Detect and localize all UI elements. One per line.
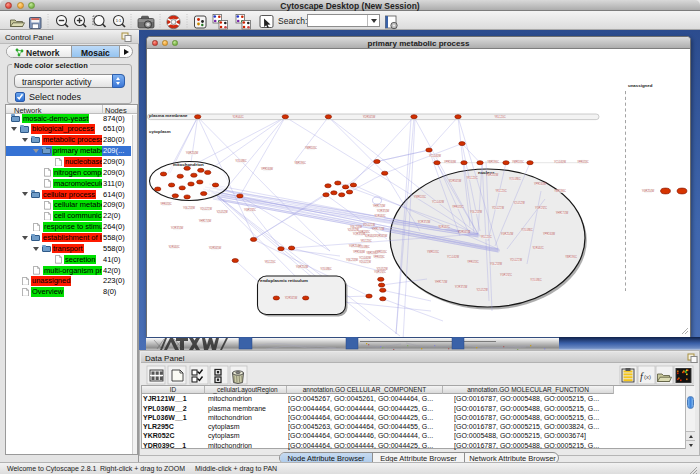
svg-text:YMR105C: YMR105C (512, 160, 524, 164)
svg-text:YGR254W: YGR254W (642, 189, 655, 193)
svg-text:YOL086C: YOL086C (521, 228, 533, 232)
svg-text:YHR174W: YHR174W (556, 211, 569, 215)
svg-text:YBR196C: YBR196C (565, 255, 577, 259)
svg-text:YDR345W: YDR345W (449, 179, 462, 183)
svg-text:YDR345W: YDR345W (375, 234, 388, 238)
svg-text:YDR345W: YDR345W (363, 115, 376, 119)
svg-text:YDL021W: YDL021W (492, 206, 504, 210)
svg-text:YHR174W: YHR174W (373, 204, 386, 208)
svg-text:YLR044C: YLR044C (232, 115, 243, 119)
svg-text:endoplasmic reticulum: endoplasmic reticulum (260, 278, 308, 283)
svg-text:YGR254W: YGR254W (501, 232, 514, 236)
svg-text:YOR374W: YOR374W (171, 226, 184, 230)
svg-text:YGL253W: YGL253W (490, 262, 503, 266)
svg-text:YOL086C: YOL086C (530, 278, 542, 282)
svg-text:YHR174W: YHR174W (199, 219, 212, 223)
svg-text:YDR345W: YDR345W (458, 230, 471, 234)
svg-text:YOL086C: YOL086C (320, 267, 332, 271)
svg-text:YBR196C: YBR196C (554, 189, 566, 193)
svg-text:YDL021W: YDL021W (200, 207, 212, 211)
svg-text:YPR160W: YPR160W (444, 160, 457, 164)
svg-text:YFR053C: YFR053C (373, 255, 385, 259)
svg-text:YJL052W: YJL052W (513, 201, 525, 205)
svg-text:YLR044C: YLR044C (532, 246, 543, 250)
svg-text:YJL052W: YJL052W (476, 288, 488, 292)
svg-text:YGR254W: YGR254W (186, 151, 199, 155)
svg-text:YGR192C: YGR192C (244, 208, 256, 212)
svg-text:plasma membrane: plasma membrane (149, 113, 188, 118)
svg-text:YGR192C: YGR192C (374, 270, 386, 274)
svg-text:YMR105C: YMR105C (414, 195, 426, 199)
svg-text:YKL120C: YKL120C (466, 176, 477, 180)
svg-text:YFR053C: YFR053C (467, 260, 479, 264)
svg-text:YCL040W: YCL040W (432, 200, 444, 204)
svg-text:YBR196C: YBR196C (294, 161, 306, 165)
svg-text:YOR374W: YOR374W (418, 220, 431, 224)
svg-text:YKL120C: YKL120C (494, 115, 505, 119)
svg-text:YPR160W: YPR160W (543, 232, 556, 236)
svg-text:YPR160W: YPR160W (534, 182, 547, 186)
svg-text:YPR160W: YPR160W (353, 250, 366, 254)
svg-text:mitochondrion: mitochondrion (173, 162, 204, 167)
svg-text:YOL086C: YOL086C (235, 159, 247, 163)
svg-text:YCL040W: YCL040W (429, 154, 441, 158)
svg-text:YHR174W: YHR174W (372, 227, 385, 231)
svg-text:YGL253W: YGL253W (183, 206, 196, 210)
svg-text:YDR345W: YDR345W (285, 296, 298, 300)
svg-text:YKL120C: YKL120C (495, 189, 506, 193)
svg-text:YGR254W: YGR254W (296, 265, 309, 269)
svg-text:(x): (x) (644, 374, 651, 380)
svg-text:YOR374W: YOR374W (377, 209, 390, 213)
svg-text:YFR053C: YFR053C (452, 205, 464, 209)
svg-text:YBR196C: YBR196C (487, 160, 499, 164)
svg-text:YGR254W: YGR254W (486, 173, 499, 177)
svg-text:YLR044C: YLR044C (168, 245, 179, 249)
svg-text:YCL040W: YCL040W (447, 255, 459, 259)
svg-text:YMR105C: YMR105C (427, 250, 439, 254)
svg-text:YDL021W: YDL021W (359, 260, 371, 264)
svg-text:YGR192C: YGR192C (500, 273, 512, 277)
svg-text:YGL253W: YGL253W (346, 258, 359, 262)
svg-text:YDL021W: YDL021W (510, 258, 522, 262)
svg-text:YDR345W: YDR345W (209, 246, 222, 250)
svg-text:YJL052W: YJL052W (216, 210, 228, 214)
svg-text:YFR053C: YFR053C (577, 160, 589, 164)
svg-text:YOL086C: YOL086C (358, 245, 370, 249)
svg-text:YCL040W: YCL040W (359, 256, 371, 260)
svg-text:YDL021W: YDL021W (363, 223, 375, 227)
svg-text:YKL120C: YKL120C (264, 260, 275, 264)
svg-text:cytoplasm: cytoplasm (149, 129, 171, 134)
svg-text:YKL120C: YKL120C (480, 235, 491, 239)
svg-text:YKL120C: YKL120C (360, 239, 371, 243)
svg-text:YGR192C: YGR192C (535, 206, 547, 210)
svg-text:YMR105C: YMR105C (305, 146, 317, 150)
svg-text:YGL253W: YGL253W (470, 210, 483, 214)
svg-text:YFR053C: YFR053C (160, 202, 172, 206)
svg-text:YOL086C: YOL086C (509, 177, 521, 181)
svg-text:YOR374W: YOR374W (455, 285, 468, 289)
svg-text:YLR044C: YLR044C (374, 214, 385, 218)
svg-text:unassigned: unassigned (628, 83, 653, 88)
svg-text:YPR160W: YPR160W (261, 167, 274, 171)
svg-text:YHR174W: YHR174W (435, 280, 448, 284)
svg-text:YCL040W: YCL040W (554, 160, 566, 164)
svg-text:YLR044C: YLR044C (438, 225, 449, 229)
svg-text:YMR105C: YMR105C (375, 250, 387, 254)
